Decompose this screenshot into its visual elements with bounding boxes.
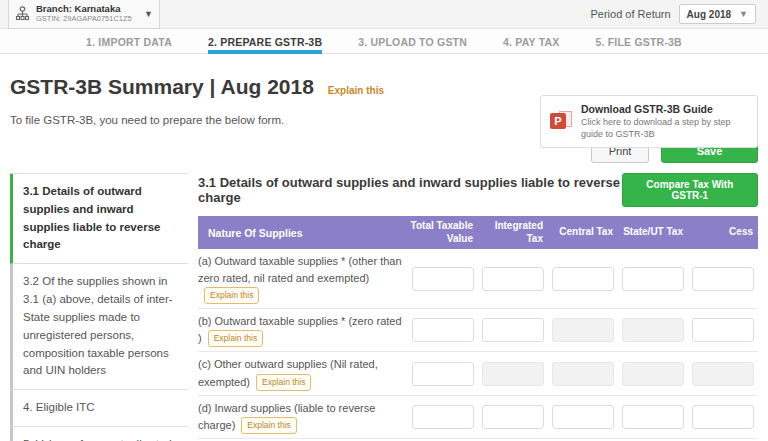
input-b-integrated-tax[interactable]: [482, 318, 544, 342]
cell: [618, 405, 688, 429]
compare-tax-gstr1-button[interactable]: Compare Tax With GSTR-1: [622, 173, 758, 207]
cell: [548, 362, 618, 386]
branch-gstin: GSTIN: 29AGAPA0751C1Z5: [36, 15, 144, 24]
sidebar-item-3-1-outward-supplies[interactable]: 3.1 Details of outward supplies and inwa…: [10, 174, 188, 264]
main-split: 3.1 Details of outward supplies and inwa…: [10, 173, 758, 441]
sidebar-item-4-eligible-itc[interactable]: 4. Eligible ITC: [10, 390, 188, 427]
section-header: 3.1 Details of outward supplies and inwa…: [198, 173, 758, 207]
branch-selector[interactable]: Branch: Karnataka GSTIN: 29AGAPA0751C1Z5…: [8, 0, 160, 29]
col-header-integrated-tax: Integrated Tax: [478, 220, 548, 245]
input-b-cess[interactable]: [692, 318, 754, 342]
input-b-total-taxable-value[interactable]: [412, 318, 474, 342]
explain-this-badge[interactable]: Explain this: [256, 374, 311, 391]
row-label: (b) Outward taxable supplies * (zero rat…: [198, 313, 408, 347]
page-title: GSTR-3B Summary | Aug 2018: [10, 75, 314, 99]
input-d-integrated-tax[interactable]: [482, 405, 544, 429]
explain-this-badge[interactable]: Explain this: [208, 330, 263, 347]
table-row-a: (a) Outward taxable supplies * (other th…: [198, 249, 758, 309]
cell: [408, 405, 478, 429]
tab-pay-tax[interactable]: 4. PAY TAX: [503, 29, 559, 54]
cell: [478, 267, 548, 291]
input-c-integrated-tax[interactable]: [482, 362, 544, 386]
chevron-down-icon: ▼: [144, 9, 153, 19]
col-header-nature-of-supplies: Nature Of Supplies: [198, 227, 408, 239]
cell: [688, 318, 758, 342]
input-d-state-ut-tax[interactable]: [622, 405, 684, 429]
section-3-1: 3.1 Details of outward supplies and inwa…: [198, 173, 758, 441]
cell: [478, 318, 548, 342]
input-b-central-tax[interactable]: [552, 318, 614, 342]
org-chart-icon: [15, 6, 30, 21]
sidebar-item-5-exempt-supplies[interactable]: 5. Values of exempt, nil-rated and non-G…: [10, 427, 188, 441]
explain-this-badge[interactable]: Explain this: [241, 417, 296, 434]
input-d-total-taxable-value[interactable]: [412, 405, 474, 429]
period-value: Aug 2018: [687, 9, 731, 20]
input-a-cess[interactable]: [692, 267, 754, 291]
cell: [408, 362, 478, 386]
chevron-down-icon: ▼: [739, 9, 748, 19]
cell: [408, 318, 478, 342]
branch-text: Branch: Karnataka GSTIN: 29AGAPA0751C1Z5: [36, 4, 144, 24]
input-c-central-tax[interactable]: [552, 362, 614, 386]
cell: [408, 267, 478, 291]
explain-this-badge[interactable]: Explain this: [204, 287, 259, 304]
row-label: (c) Other outward supplies (Nil rated, e…: [198, 356, 408, 390]
cell: [618, 318, 688, 342]
powerpoint-letter: P: [550, 113, 566, 129]
input-a-central-tax[interactable]: [552, 267, 614, 291]
input-c-total-taxable-value[interactable]: [412, 362, 474, 386]
cell: [478, 362, 548, 386]
period-of-return: Period of Return Aug 2018 ▼: [591, 4, 757, 24]
input-a-state-ut-tax[interactable]: [622, 267, 684, 291]
tab-upload-to-gstn[interactable]: 3. UPLOAD TO GSTN: [358, 29, 467, 54]
step-tabbar: 1. IMPORT DATA 2. PREPARE GSTR-3B 3. UPL…: [0, 29, 768, 54]
content-area: GSTR-3B Summary | Aug 2018 Explain this …: [0, 75, 768, 441]
cell: [618, 362, 688, 386]
gstr3b-page: Branch: Karnataka GSTIN: 29AGAPA0751C1Z5…: [0, 0, 768, 441]
guide-title: Download GSTR-3B Guide: [581, 103, 748, 115]
cell: [688, 362, 758, 386]
cell: [688, 267, 758, 291]
period-of-return-label: Period of Return: [591, 8, 671, 20]
table-row-d: (d) Inward supplies (liable to reverse c…: [198, 396, 758, 439]
topbar: Branch: Karnataka GSTIN: 29AGAPA0751C1Z5…: [0, 0, 768, 29]
section-sidebar: 3.1 Details of outward supplies and inwa…: [10, 173, 188, 441]
col-header-total-taxable-value: Total Taxable Value: [408, 220, 478, 245]
table-header: Nature Of Supplies Total Taxable Value I…: [198, 216, 758, 249]
powerpoint-file-icon: P: [550, 110, 572, 134]
input-b-state-ut-tax[interactable]: [622, 318, 684, 342]
input-d-cess[interactable]: [692, 405, 754, 429]
table-row-b: (b) Outward taxable supplies * (zero rat…: [198, 309, 758, 352]
input-c-cess[interactable]: [692, 362, 754, 386]
cell: [548, 318, 618, 342]
row-label: (d) Inward supplies (liable to reverse c…: [198, 400, 408, 434]
table-row-c: (c) Other outward supplies (Nil rated, e…: [198, 352, 758, 395]
download-guide-box[interactable]: P Download GSTR-3B Guide Click here to d…: [540, 95, 758, 148]
col-header-state-ut-tax: State/UT Tax: [618, 226, 688, 239]
input-c-state-ut-tax[interactable]: [622, 362, 684, 386]
input-a-integrated-tax[interactable]: [482, 267, 544, 291]
tab-import-data[interactable]: 1. IMPORT DATA: [86, 29, 172, 54]
input-a-total-taxable-value[interactable]: [412, 267, 474, 291]
col-header-central-tax: Central Tax: [548, 226, 618, 239]
cell: [618, 267, 688, 291]
row-label: (a) Outward taxable supplies * (other th…: [198, 253, 408, 304]
tab-file-gstr3b[interactable]: 5. FILE GSTR-3B: [595, 29, 681, 54]
col-header-cess: Cess: [688, 226, 758, 239]
row-label-text: (a) Outward taxable supplies * (other th…: [198, 255, 402, 284]
cell: [548, 405, 618, 429]
cell: [688, 405, 758, 429]
cell: [478, 405, 548, 429]
tab-prepare-gstr3b[interactable]: 2. PREPARE GSTR-3B: [208, 29, 322, 54]
sidebar-item-3-2-interstate-supplies[interactable]: 3.2 Of the supplies shown in 3.1 (a) abo…: [10, 264, 188, 390]
cell: [548, 267, 618, 291]
input-d-central-tax[interactable]: [552, 405, 614, 429]
period-select[interactable]: Aug 2018 ▼: [679, 4, 756, 24]
branch-label: Branch: Karnataka: [36, 4, 144, 15]
title-explain-link[interactable]: Explain this: [328, 85, 384, 96]
section-title: 3.1 Details of outward supplies and inwa…: [198, 175, 622, 205]
guide-subtitle: Click here to download a step by step gu…: [581, 117, 748, 140]
